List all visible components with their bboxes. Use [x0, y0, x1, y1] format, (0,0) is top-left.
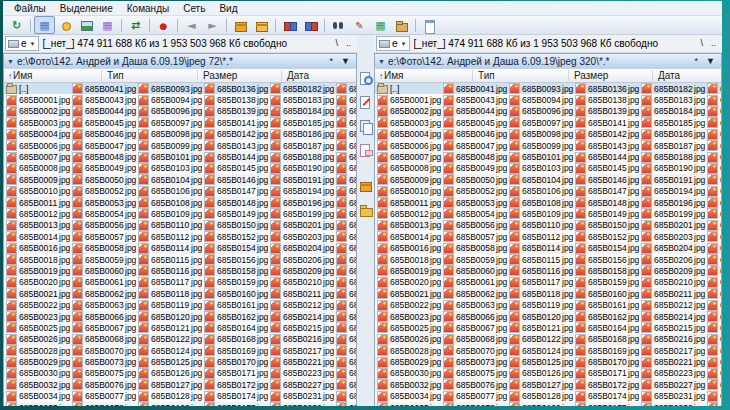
file-item[interactable]: 685B0164jpg	[573, 322, 639, 333]
file-item[interactable]: 685B0025jpg	[375, 322, 441, 333]
file-item[interactable]: 685B0012jpg	[375, 208, 441, 219]
file-item[interactable]: 685B0067jpg	[441, 322, 507, 333]
file-item[interactable]: 685B0199jpg	[639, 208, 705, 219]
file-item[interactable]: 685B0046jpg	[441, 129, 507, 140]
file-item[interactable]: 685B0001jpg	[375, 94, 441, 105]
file-item[interactable]: 685B0204jpg	[639, 242, 705, 253]
history-button-right[interactable]: ▼	[702, 55, 719, 68]
file-item[interactable]: 685B0066jpg	[70, 311, 136, 322]
file-item[interactable]: 68	[705, 94, 722, 105]
file-item[interactable]: 685B0172jpg	[202, 379, 268, 390]
file-item[interactable]: 68	[705, 231, 722, 242]
file-item[interactable]: 685B0056jpg	[441, 220, 507, 231]
file-item[interactable]: 685B0168jpg	[202, 334, 268, 345]
file-item[interactable]: 685B0104jpg	[136, 174, 202, 185]
file-item[interactable]: 685B0043jpg	[70, 94, 136, 105]
file-item[interactable]: 68	[334, 220, 357, 231]
file-item[interactable]: 685B0029jpg	[4, 356, 70, 367]
file-item[interactable]: 68	[334, 94, 357, 105]
file-item[interactable]: 685B0097jpg	[136, 117, 202, 128]
folder-go-button[interactable]	[391, 16, 412, 34]
back-button[interactable]	[181, 16, 202, 34]
search-button[interactable]	[328, 16, 349, 34]
file-item[interactable]: 685B0026jpg	[375, 334, 441, 345]
file-item[interactable]: 685B0160jpg	[202, 288, 268, 299]
file-item[interactable]: 685B0044jpg	[441, 106, 507, 117]
file-item[interactable]: 685B0187jpg	[268, 140, 334, 151]
file-item[interactable]: 685B0059jpg	[441, 254, 507, 265]
file-item[interactable]: 685B0117jpg	[507, 277, 573, 288]
file-item[interactable]: 685B0212jpg	[639, 299, 705, 310]
file-item[interactable]: 685B0061jpg	[441, 277, 507, 288]
file-item[interactable]: 685B0148jpg	[202, 197, 268, 208]
file-item[interactable]: 68	[334, 242, 357, 253]
file-item[interactable]: 68	[334, 83, 357, 94]
file-item[interactable]: 68	[705, 322, 722, 333]
quick-view-button[interactable]	[358, 71, 373, 86]
file-item[interactable]: 68	[705, 356, 722, 367]
file-item[interactable]: 685B0116jpg	[507, 265, 573, 276]
file-item[interactable]: 685B0161jpg	[202, 299, 268, 310]
file-item[interactable]: 685B0108jpg	[507, 197, 573, 208]
swap-panels-button[interactable]	[125, 16, 146, 34]
file-item[interactable]: 685B0034jpg	[4, 391, 70, 402]
file-item[interactable]: 68	[705, 368, 722, 379]
forward-button[interactable]	[202, 16, 223, 34]
file-item[interactable]: 685B0120jpg	[136, 311, 202, 322]
file-item[interactable]: 685B0139jpg	[573, 106, 639, 117]
file-item[interactable]: 685B0169jpg	[573, 345, 639, 356]
file-item[interactable]: 685B0152jpg	[573, 231, 639, 242]
file-item[interactable]: 68	[705, 277, 722, 288]
file-item[interactable]: 68	[334, 311, 357, 322]
goto-dir-button[interactable]	[153, 16, 174, 34]
file-item[interactable]: 68	[334, 208, 357, 219]
file-item[interactable]: 685B0030jpg	[375, 368, 441, 379]
file-item[interactable]: 685B0232jpg	[639, 402, 705, 406]
file-item[interactable]: 685B0136jpg	[573, 83, 639, 94]
file-item[interactable]: 685B0044jpg	[70, 106, 136, 117]
file-item[interactable]: 685B0043jpg	[441, 94, 507, 105]
file-item[interactable]: 685B0159jpg	[202, 277, 268, 288]
file-item[interactable]: 685B0054jpg	[441, 208, 507, 219]
path-dropdown-icon[interactable]: ▼	[378, 58, 385, 65]
file-item[interactable]: 685B0058jpg	[70, 242, 136, 253]
file-item[interactable]: 685B0118jpg	[136, 288, 202, 299]
file-item[interactable]: 685B0057jpg	[441, 231, 507, 242]
file-item[interactable]: 685B0004jpg	[4, 129, 70, 140]
file-item[interactable]: 685B0144jpg	[202, 151, 268, 162]
file-item[interactable]: 685B0012jpg	[4, 208, 70, 219]
file-item[interactable]: 685B0054jpg	[70, 208, 136, 219]
favorites-button-left[interactable]: *	[326, 55, 338, 68]
file-item[interactable]: 68	[705, 174, 722, 185]
file-item[interactable]: 685B0046jpg	[70, 129, 136, 140]
file-item[interactable]: 68	[334, 402, 357, 406]
image-view-button[interactable]	[76, 16, 97, 34]
file-item[interactable]: 685B0112jpg	[507, 231, 573, 242]
file-item[interactable]: 685B0032jpg	[4, 379, 70, 390]
file-item[interactable]: 68	[334, 140, 357, 151]
copy-button[interactable]	[358, 119, 373, 134]
file-item[interactable]: 685B0128jpg	[507, 391, 573, 402]
file-item[interactable]: 685B0231jpg	[639, 391, 705, 402]
file-item[interactable]: 685B0029jpg	[375, 356, 441, 367]
file-item[interactable]: 685B0126jpg	[136, 368, 202, 379]
file-item[interactable]: 685B0109jpg	[136, 208, 202, 219]
file-item[interactable]: 685B0016jpg	[4, 242, 70, 253]
file-item[interactable]: 685B0142jpg	[573, 129, 639, 140]
file-item[interactable]: 685B0122jpg	[136, 334, 202, 345]
file-item[interactable]: 685B0215jpg	[639, 322, 705, 333]
file-item[interactable]: 685B0098jpg	[507, 129, 573, 140]
file-item[interactable]: 685B0217jpg	[268, 345, 334, 356]
file-item[interactable]: 685B0068jpg	[441, 334, 507, 345]
file-item[interactable]: 685B0016jpg	[375, 242, 441, 253]
file-item[interactable]: 685B0199jpg	[268, 208, 334, 219]
file-item[interactable]: 685B0150jpg	[573, 220, 639, 231]
file-item[interactable]: 685B0106jpg	[507, 186, 573, 197]
file-item[interactable]: 685B0203jpg	[639, 231, 705, 242]
file-item[interactable]: 685B0127jpg	[507, 379, 573, 390]
file-item[interactable]: 685B0056jpg	[70, 220, 136, 231]
file-item[interactable]: 685B0073jpg	[441, 356, 507, 367]
file-item[interactable]: 685B0209jpg	[268, 265, 334, 276]
file-item[interactable]: 685B0025jpg	[4, 322, 70, 333]
file-item[interactable]: 685B0070jpg	[70, 345, 136, 356]
